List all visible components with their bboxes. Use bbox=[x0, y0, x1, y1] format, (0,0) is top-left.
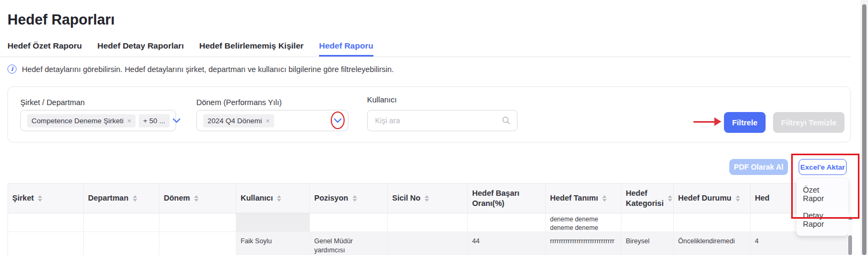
info-banner: i Hedef detaylarını görebilirsin. Hedef … bbox=[7, 65, 394, 74]
filter-button[interactable]: Filtrele bbox=[724, 112, 766, 133]
cell-hedef-tanimi: rrrrrrrrrrrrrrrrrrrrrrrrrrrrr bbox=[546, 232, 622, 255]
tab-hedef-belirlememis-kisiler[interactable]: Hedef Belirlememiş Kişiler bbox=[199, 41, 304, 57]
col-header-kullanici[interactable]: Kullanıcı bbox=[236, 184, 310, 213]
tab-bar: Hedef Özet Raporu Hedef Detay Raporları … bbox=[0, 36, 851, 57]
sort-icon[interactable] bbox=[353, 195, 357, 202]
cell-hedef-basari-orani bbox=[468, 213, 546, 232]
col-header-sirket[interactable]: Şirket bbox=[8, 184, 84, 213]
page-title: Hedef Raporları bbox=[7, 12, 115, 28]
cell-hedef-durumu bbox=[674, 213, 751, 232]
cell-hedef-kategorisi: Bireysel bbox=[622, 232, 674, 255]
pdf-export-button[interactable]: PDF Olarak Al bbox=[729, 159, 788, 175]
cell-departman bbox=[84, 213, 160, 232]
cell-pozisyon bbox=[310, 213, 388, 232]
annotation-arrow bbox=[694, 121, 715, 123]
table-scrollbar-thumb[interactable] bbox=[848, 235, 852, 255]
cell-hedef-tanimi: deneme deneme deneme deneme bbox=[546, 213, 622, 232]
remove-company-tag-icon[interactable]: × bbox=[128, 117, 132, 125]
sort-icon[interactable] bbox=[668, 195, 672, 202]
table-row[interactable]: Faik Soylu Genel Müdür yardımcısı 44 rrr… bbox=[8, 232, 848, 255]
cell-donem bbox=[160, 232, 236, 255]
more-companies-tag: + 50 ... bbox=[139, 114, 170, 128]
sort-icon[interactable] bbox=[38, 195, 42, 202]
company-department-label: Şirket / Departman bbox=[20, 98, 85, 107]
col-header-departman[interactable]: Departman bbox=[84, 184, 160, 213]
search-icon bbox=[502, 116, 511, 125]
cell-departman bbox=[84, 232, 160, 255]
cell-sicil-no bbox=[388, 213, 468, 232]
cell-sirket bbox=[8, 232, 84, 255]
period-label: Dönem (Performans Yılı) bbox=[196, 98, 282, 107]
cell-sicil-no bbox=[388, 232, 468, 255]
cell-kullanici bbox=[236, 213, 310, 232]
info-text: Hedef detaylarını görebilirsin. Hedef de… bbox=[22, 65, 394, 74]
col-header-donem[interactable]: Dönem bbox=[160, 184, 236, 213]
tab-hedef-detay-raporlari[interactable]: Hedef Detay Raporları bbox=[98, 41, 184, 57]
annotation-rectangle bbox=[791, 154, 859, 219]
remove-period-tag-icon[interactable]: × bbox=[266, 117, 270, 125]
selected-period-tag: 2024 Q4 Dönemi × bbox=[203, 114, 274, 128]
period-select[interactable]: 2024 Q4 Dönemi × bbox=[196, 110, 348, 131]
annotation-arrow-head bbox=[714, 117, 721, 126]
sort-icon[interactable] bbox=[133, 195, 137, 202]
chevron-down-icon[interactable] bbox=[173, 118, 180, 123]
cell-kullanici: Faik Soylu bbox=[236, 232, 310, 255]
page-scrollbar[interactable] bbox=[861, 0, 868, 255]
user-search-box bbox=[367, 110, 517, 131]
col-header-hedef-tanimi[interactable]: Hedef Tanımı bbox=[546, 184, 622, 213]
sort-icon[interactable] bbox=[425, 195, 429, 202]
tab-hedef-raporu[interactable]: Hedef Raporu bbox=[319, 41, 373, 57]
annotation-ellipse bbox=[331, 111, 345, 129]
col-header-hedef-durumu[interactable]: Hedef Durumu bbox=[674, 184, 751, 213]
clear-filter-button[interactable]: Filtreyi Temizle bbox=[773, 112, 845, 133]
goals-table: Şirket Departman Dönem Kullanıcı Pozisyo… bbox=[7, 183, 848, 255]
col-header-hedef-kategorisi[interactable]: Hedef Kategorisi bbox=[622, 184, 674, 213]
col-header-pozisyon[interactable]: Pozisyon bbox=[310, 184, 388, 213]
selected-company-tag: Competence Deneme Şirketi × bbox=[27, 114, 136, 128]
user-search-input[interactable] bbox=[374, 116, 499, 125]
table-scrollbar[interactable] bbox=[848, 213, 853, 255]
cell-pozisyon: Genel Müdür yardımcısı bbox=[310, 232, 388, 255]
col-header-sicil-no[interactable]: Sicil No bbox=[388, 184, 468, 213]
page-scrollbar-thumb[interactable] bbox=[862, 4, 866, 255]
user-label: Kullanıcı bbox=[367, 95, 397, 104]
sort-icon[interactable] bbox=[602, 195, 607, 202]
sort-icon[interactable] bbox=[736, 195, 740, 202]
tab-hedef-ozet-raporu[interactable]: Hedef Özet Raporu bbox=[7, 41, 82, 57]
cell-hedef-kategorisi bbox=[622, 213, 674, 232]
sort-icon[interactable] bbox=[277, 195, 281, 202]
col-header-hedef-basari-orani[interactable]: Hedef Başarı Oranı(%) bbox=[468, 184, 546, 213]
table-row[interactable]: deneme deneme deneme deneme bbox=[8, 213, 848, 232]
company-department-multiselect[interactable]: Competence Deneme Şirketi × + 50 ... bbox=[20, 110, 176, 131]
info-icon: i bbox=[7, 65, 17, 74]
cell-sirket bbox=[8, 213, 84, 232]
table-header-row: Şirket Departman Dönem Kullanıcı Pozisyo… bbox=[8, 183, 848, 213]
cell-donem bbox=[160, 213, 236, 232]
cell-hedef-durumu: Önceliklendiremedi bbox=[674, 232, 751, 255]
sort-icon[interactable] bbox=[194, 195, 198, 202]
cell-hedef-basari-orani: 44 bbox=[468, 232, 546, 255]
